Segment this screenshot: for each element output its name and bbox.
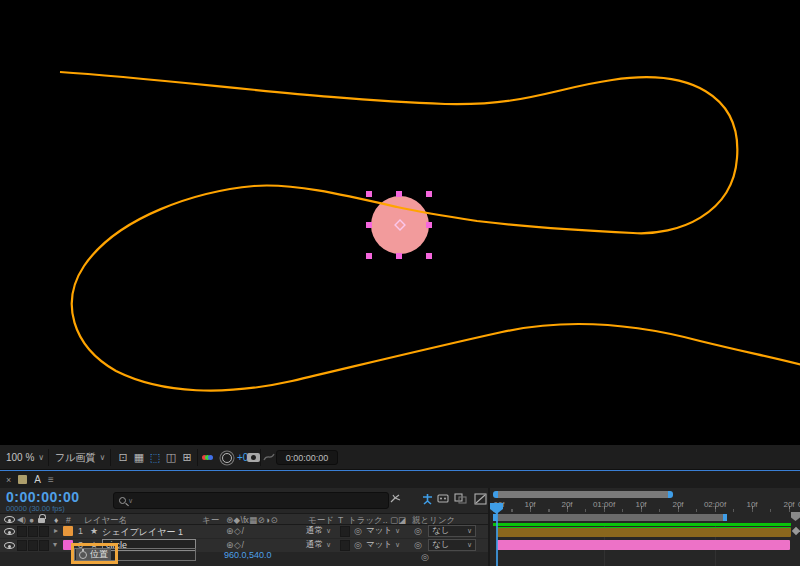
comp-color-chip — [18, 475, 27, 484]
collapse-arrow-icon[interactable]: ▾ — [53, 540, 57, 549]
current-time-display[interactable]: 0:00:00:00 — [6, 489, 80, 505]
tab-comp-name[interactable]: A — [34, 474, 41, 485]
visibility-eye-icon[interactable] — [4, 541, 15, 551]
region-of-interest-icon[interactable]: ⬚ — [148, 450, 162, 464]
blend-mode-dropdown[interactable]: 通常∨ — [306, 525, 331, 537]
blend-mode-dropdown[interactable]: 通常∨ — [306, 539, 331, 551]
ruler-label: 20f — [783, 500, 794, 509]
layer-out-point-icon — [792, 527, 800, 535]
track-matte-dropdown[interactable]: マット∨ — [366, 525, 400, 537]
t-cell[interactable] — [340, 540, 350, 551]
divider — [260, 449, 261, 466]
layer-bar-shape-layer-1[interactable] — [497, 527, 791, 537]
shape-layer-icon: ★ — [90, 526, 98, 536]
solo-cell[interactable] — [28, 526, 38, 537]
frame-info: 00000 (30.00 fps) — [6, 504, 65, 513]
ruler-label: 10f — [524, 500, 535, 509]
visibility-eye-icon[interactable] — [4, 527, 15, 537]
timeline-graph-pane: 00f 10f 20f 01:00f 10f 20f 02:00f 10f 20… — [490, 488, 800, 566]
show-snapshot-icon[interactable] — [262, 450, 276, 464]
ruler-label: 02:00f — [704, 500, 726, 509]
layer-row-1[interactable]: ▸ 1 ★ シェイプレイヤー 1 ⊛ ◇ / 通常∨ ◎ マット∨ ◎ なし∨ — [0, 525, 488, 538]
frame-blending-icon[interactable] — [453, 491, 468, 506]
lock-column-icon — [38, 515, 45, 525]
parent-dropdown[interactable]: なし∨ — [428, 539, 476, 551]
resolution-dropdown[interactable]: フル画質 ∨ — [55, 445, 105, 470]
timeline-panel: × A ≡ 0:00:00:00 00000 (30.00 fps) ∨ — [0, 470, 800, 566]
switches-column-icons: ⊛ ◆ \ fx ▦ ⊘ ◑ ⊙ — [226, 515, 277, 525]
parent-dropdown[interactable]: なし∨ — [428, 525, 476, 537]
matte-pick-icon[interactable]: ◎ — [354, 540, 362, 550]
shy-layers-icon[interactable] — [436, 491, 451, 506]
mask-visibility-icon[interactable]: ◫ — [164, 450, 178, 464]
solo-cell[interactable] — [28, 540, 38, 551]
guides-icon[interactable]: ⊞ — [180, 450, 194, 464]
audio-column-icon: ◀) — [17, 515, 26, 524]
time-ruler[interactable]: 00f 10f 20f 01:00f 10f 20f 02:00f 10f 20… — [493, 500, 800, 512]
preview-timecode-field[interactable]: 0:00:00:00 — [276, 450, 338, 465]
lock-cell[interactable] — [39, 540, 49, 551]
search-input[interactable]: ∨ — [113, 492, 389, 509]
lock-cell[interactable] — [39, 526, 49, 537]
preview-timecode-value: 0:00:00:00 — [286, 453, 329, 463]
property-pickwhip-icon[interactable]: ◎ — [421, 552, 429, 562]
divider — [110, 449, 111, 466]
parent-pickwhip-icon[interactable]: ◎ — [414, 540, 422, 550]
video-column-icon — [4, 515, 15, 525]
comp-marker-bin-icon[interactable] — [791, 512, 800, 521]
layer-bar-toggle-icons[interactable]: ▢◪ — [390, 515, 406, 525]
panel-menu-icon[interactable]: ≡ — [48, 474, 54, 485]
close-icon[interactable]: × — [6, 475, 11, 485]
channel-icon[interactable] — [202, 445, 213, 470]
divider — [197, 449, 198, 466]
exposure-gear-icon — [222, 453, 232, 463]
ruler-label: 20f — [672, 500, 683, 509]
audio-cell[interactable] — [17, 526, 27, 537]
layer-switches[interactable]: ⊛ ◇ / — [226, 540, 243, 550]
draft-3d-icon[interactable] — [420, 491, 435, 506]
composition-viewport[interactable] — [0, 0, 800, 444]
work-area-bar[interactable] — [493, 514, 727, 521]
viewport-toolbar: 100 % ∨ フル画質 ∨ ⊡ ▦ ⬚ ◫ ⊞ +0.0 0:00: — [0, 444, 800, 469]
tutorial-highlight-box — [71, 543, 118, 564]
divider — [48, 449, 49, 466]
label-column-icon: ♦ — [54, 515, 58, 525]
app-window: 100 % ∨ フル画質 ∨ ⊡ ▦ ⬚ ◫ ⊞ +0.0 0:00: — [0, 0, 800, 566]
transparency-grid-icon[interactable]: ▦ — [132, 450, 146, 464]
expand-arrow-icon[interactable]: ▸ — [54, 526, 58, 535]
resolution-value: フル画質 — [55, 451, 95, 465]
layer-switches[interactable]: ⊛ ◇ / — [226, 526, 243, 536]
search-icon — [119, 497, 126, 504]
timeline-navigator-bar[interactable] — [493, 491, 673, 498]
snapshot-camera-icon[interactable] — [246, 450, 260, 464]
magnification-dropdown[interactable]: 100 % ∨ — [6, 445, 44, 470]
timeline-tabstrip: × A ≡ — [0, 471, 800, 488]
layer-name[interactable]: シェイプレイヤー 1 — [102, 526, 183, 539]
ruler-minor-ticks — [493, 509, 800, 512]
parent-pickwhip-icon[interactable]: ◎ — [414, 526, 422, 536]
timeline-control-row: 0:00:00:00 00000 (30.00 fps) ∨ — [0, 488, 488, 513]
ruler-label: 10f — [635, 500, 646, 509]
t-cell[interactable] — [340, 526, 350, 537]
view-options-icon[interactable]: ⊡ — [116, 450, 130, 464]
matte-pick-icon[interactable]: ◎ — [354, 526, 362, 536]
audio-cell[interactable] — [17, 540, 27, 551]
number-column-header: # — [66, 515, 71, 525]
ruler-label: 10f — [746, 500, 757, 509]
track-matte-dropdown[interactable]: マット∨ — [366, 539, 400, 551]
mini-flowchart-icon[interactable] — [388, 491, 403, 506]
layer-bar-circle[interactable] — [497, 540, 790, 550]
motion-path — [60, 72, 800, 391]
ruler-label: 01:00f — [593, 500, 615, 509]
cached-frames-indicator — [493, 523, 791, 526]
layer-number: 1 — [78, 526, 83, 536]
shape-circle[interactable] — [371, 196, 429, 254]
composition-canvas — [0, 0, 800, 444]
label-color-swatch[interactable] — [63, 526, 73, 536]
graph-editor-icon[interactable] — [473, 491, 488, 506]
position-value[interactable]: 960.0,540.0 — [224, 550, 272, 560]
t-column-header: T — [338, 515, 343, 525]
chevron-down-icon: ∨ — [99, 453, 105, 462]
chevron-down-icon: ∨ — [128, 497, 133, 505]
playhead-marker[interactable] — [490, 503, 503, 514]
